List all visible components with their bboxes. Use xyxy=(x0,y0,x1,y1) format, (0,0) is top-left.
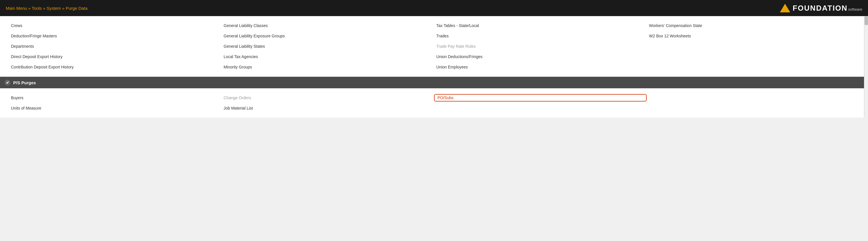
pr-purge-item[interactable] xyxy=(647,63,859,71)
scrollbar-track[interactable] xyxy=(864,16,868,117)
ps-purge-item[interactable]: Job Material List xyxy=(221,104,434,112)
pr-purge-item[interactable]: Contribution Deposit Export History xyxy=(9,63,221,71)
pr-purge-item[interactable]: Crews xyxy=(9,22,221,29)
pr-purge-item[interactable]: Union Deductions/Fringes xyxy=(434,53,647,60)
pr-purge-item[interactable]: W2 Box 12 Worksheets xyxy=(647,32,859,40)
pr-purges-section: CrewsGeneral Liability ClassesTax Tables… xyxy=(0,16,868,77)
logo-sub: software xyxy=(848,7,862,11)
ps-purge-item xyxy=(434,104,647,112)
pr-purge-item[interactable]: Deduction/Fringe Masters xyxy=(9,32,221,40)
pr-purge-item[interactable]: Departments xyxy=(9,43,221,50)
logo-triangle-icon xyxy=(780,4,790,12)
ps-purges-header: ✔ P/S Purges xyxy=(0,77,868,88)
pr-purge-item[interactable]: Direct Deposit Export History xyxy=(9,53,221,60)
pr-purge-item[interactable] xyxy=(647,43,859,50)
ps-purge-item[interactable]: Buyers xyxy=(9,94,221,102)
main-content: CrewsGeneral Liability ClassesTax Tables… xyxy=(0,16,868,117)
logo-area: FOUNDATION software xyxy=(780,4,862,12)
ps-purge-item[interactable]: Units of Measure xyxy=(9,104,221,112)
pr-purge-item[interactable]: Minority Groups xyxy=(221,63,434,71)
pr-purge-item[interactable]: General Liability States xyxy=(221,43,434,50)
pr-purges-grid: CrewsGeneral Liability ClassesTax Tables… xyxy=(9,22,859,71)
pr-purge-item[interactable]: Tax Tables - State/Local xyxy=(434,22,647,29)
pr-purge-item[interactable]: Local Tax Agencies xyxy=(221,53,434,60)
ps-header-icon: ✔ xyxy=(5,80,10,85)
logo-foundation: FOUNDATION xyxy=(793,4,847,12)
pr-purge-item: Trade Pay Rate Rules xyxy=(434,43,647,50)
ps-purges-grid: BuyersChange OrdersPO/SubsUnits of Measu… xyxy=(9,94,859,112)
pr-purge-item[interactable]: General Liability Classes xyxy=(221,22,434,29)
pr-purge-item[interactable]: General Liability Exposure Groups xyxy=(221,32,434,40)
pr-purge-item[interactable]: Workers' Compensation State xyxy=(647,22,859,29)
pr-purge-item[interactable]: Union Employees xyxy=(434,63,647,71)
pr-purge-item[interactable] xyxy=(647,53,859,60)
logo-text: FOUNDATION software xyxy=(793,4,862,12)
ps-purge-item[interactable]: PO/Subs xyxy=(434,94,647,102)
header: Main Menu » Tools » System » Purge Data … xyxy=(0,0,868,16)
ps-purge-item: Change Orders xyxy=(221,94,434,102)
ps-purges-section: BuyersChange OrdersPO/SubsUnits of Measu… xyxy=(0,88,868,117)
ps-purge-item xyxy=(647,94,859,102)
pr-purge-item[interactable]: Trades xyxy=(434,32,647,40)
ps-header-label: P/S Purges xyxy=(13,80,36,85)
breadcrumb: Main Menu » Tools » System » Purge Data xyxy=(6,6,88,11)
scrollbar-thumb[interactable] xyxy=(865,17,868,25)
ps-purge-item xyxy=(647,104,859,112)
